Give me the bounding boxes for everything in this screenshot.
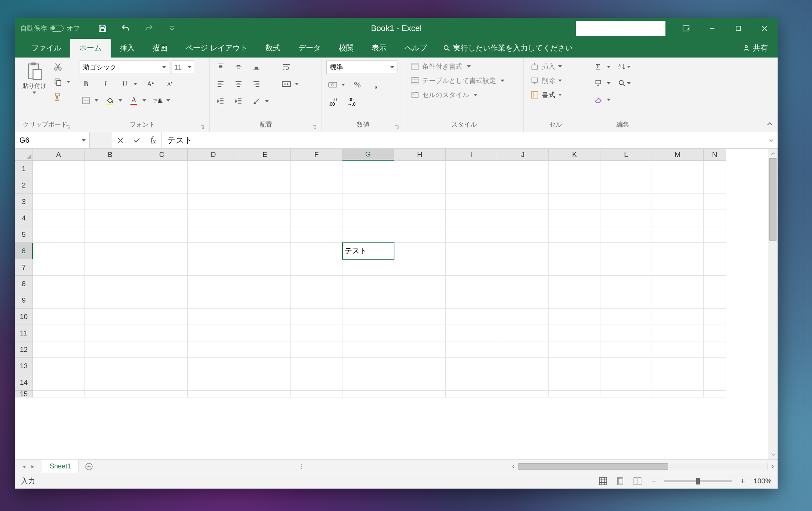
cell-I10[interactable] — [446, 309, 497, 325]
cell-M8[interactable] — [652, 276, 704, 292]
autosave-toggle[interactable]: 自動保存 オフ — [15, 24, 85, 33]
wrap-text-button[interactable] — [280, 61, 293, 73]
cell-L8[interactable] — [600, 276, 652, 292]
vertical-scrollbar[interactable] — [768, 149, 778, 459]
tab-scroll-splitter[interactable]: ⋮ — [300, 461, 304, 472]
cell-B10[interactable] — [84, 309, 136, 325]
cell-H3[interactable] — [394, 193, 446, 210]
cell-D6[interactable] — [188, 243, 239, 259]
row-header-11[interactable]: 11 — [15, 325, 33, 341]
align-top-button[interactable] — [214, 61, 227, 73]
cell-H8[interactable] — [394, 276, 446, 292]
cell-H5[interactable] — [394, 226, 446, 243]
cell-A10[interactable] — [33, 309, 84, 325]
format-painter-button[interactable] — [52, 90, 64, 103]
cell-A11[interactable] — [33, 325, 84, 341]
new-sheet-button[interactable] — [83, 461, 95, 472]
cell-M10[interactable] — [652, 309, 704, 325]
cell-N12[interactable] — [704, 341, 726, 358]
cell-D2[interactable] — [188, 177, 239, 193]
cell-C1[interactable] — [136, 161, 188, 177]
cell-J3[interactable] — [497, 193, 549, 210]
cell-D1[interactable] — [188, 161, 239, 177]
orientation-button[interactable] — [250, 95, 263, 108]
chevron-down-icon[interactable] — [119, 99, 122, 102]
row-header-5[interactable]: 5 — [15, 226, 33, 243]
column-header-H[interactable]: H — [394, 149, 446, 161]
cell-E9[interactable] — [239, 292, 291, 309]
cell-N7[interactable] — [704, 259, 726, 276]
cell-E7[interactable] — [239, 259, 291, 276]
cell-L1[interactable] — [600, 161, 652, 177]
clear-button[interactable] — [592, 93, 605, 106]
cell-C13[interactable] — [136, 358, 188, 374]
cell-G14[interactable] — [342, 374, 394, 391]
cell-J9[interactable] — [497, 292, 549, 309]
cell-M15[interactable] — [652, 391, 704, 397]
cell-N2[interactable] — [704, 177, 726, 193]
cell-L7[interactable] — [600, 259, 652, 276]
fill-button[interactable] — [592, 77, 605, 90]
clipboard-dialog-launcher[interactable] — [65, 124, 70, 129]
borders-button[interactable] — [80, 94, 92, 107]
cell-D8[interactable] — [188, 276, 239, 292]
cell-N8[interactable] — [704, 276, 726, 292]
cell-G8[interactable] — [342, 276, 394, 292]
cell-M6[interactable] — [652, 243, 704, 259]
comma-button[interactable]: , — [370, 78, 382, 91]
row-header-13[interactable]: 13 — [15, 358, 33, 374]
cell-N3[interactable] — [704, 193, 726, 210]
cell-N13[interactable] — [704, 358, 726, 374]
cell-M1[interactable] — [652, 161, 704, 177]
increase-font-button[interactable]: A▴ — [144, 78, 157, 90]
cell-styles-button[interactable]: セルのスタイル — [409, 89, 480, 101]
align-bottom-button[interactable] — [250, 61, 263, 73]
cell-K7[interactable] — [549, 259, 600, 276]
column-header-E[interactable]: E — [239, 149, 291, 161]
cell-F7[interactable] — [291, 259, 342, 276]
cell-C7[interactable] — [136, 259, 188, 276]
cell-H10[interactable] — [394, 309, 446, 325]
cut-button[interactable] — [52, 61, 64, 73]
cell-N10[interactable] — [704, 309, 726, 325]
cell-I4[interactable] — [446, 210, 497, 226]
cell-K9[interactable] — [549, 292, 600, 309]
cell-B1[interactable] — [84, 161, 136, 177]
cell-E1[interactable] — [239, 161, 291, 177]
format-as-table-button[interactable]: テーブルとして書式設定 — [409, 75, 507, 87]
row-header-6[interactable]: 6 — [15, 243, 33, 259]
tab-help[interactable]: ヘルプ — [396, 38, 436, 58]
tell-me-search[interactable]: 実行したい作業を入力してください — [436, 38, 580, 58]
cell-F15[interactable] — [291, 391, 342, 397]
cancel-formula-button[interactable] — [112, 137, 129, 143]
cell-C8[interactable] — [136, 276, 188, 292]
cell-L10[interactable] — [600, 309, 652, 325]
cell-M5[interactable] — [652, 226, 704, 243]
scroll-up-button[interactable] — [768, 149, 778, 158]
cell-F1[interactable] — [291, 161, 342, 177]
cell-C12[interactable] — [136, 341, 188, 358]
cell-K2[interactable] — [549, 177, 600, 193]
cell-E6[interactable] — [239, 243, 291, 259]
cell-E15[interactable] — [239, 391, 291, 397]
row-header-15[interactable]: 15 — [15, 391, 33, 397]
insert-function-button[interactable]: fx — [145, 135, 162, 146]
cell-J8[interactable] — [497, 276, 549, 292]
cell-B12[interactable] — [84, 341, 136, 358]
tab-draw[interactable]: 描画 — [144, 38, 176, 58]
cell-B7[interactable] — [84, 259, 136, 276]
formula-input[interactable]: テスト — [162, 132, 778, 148]
cell-H7[interactable] — [394, 259, 446, 276]
cell-D3[interactable] — [188, 193, 239, 210]
cell-C2[interactable] — [136, 177, 188, 193]
cell-G4[interactable] — [342, 210, 394, 226]
hscroll-thumb[interactable] — [519, 463, 668, 470]
cell-B13[interactable] — [84, 358, 136, 374]
chevron-down-icon[interactable] — [95, 99, 98, 102]
row-header-4[interactable]: 4 — [15, 210, 33, 226]
cell-D15[interactable] — [188, 391, 239, 397]
cell-N15[interactable] — [704, 391, 726, 397]
decrease-indent-button[interactable] — [214, 95, 227, 108]
name-box[interactable]: G6 — [15, 132, 90, 148]
zoom-slider[interactable] — [664, 480, 732, 482]
